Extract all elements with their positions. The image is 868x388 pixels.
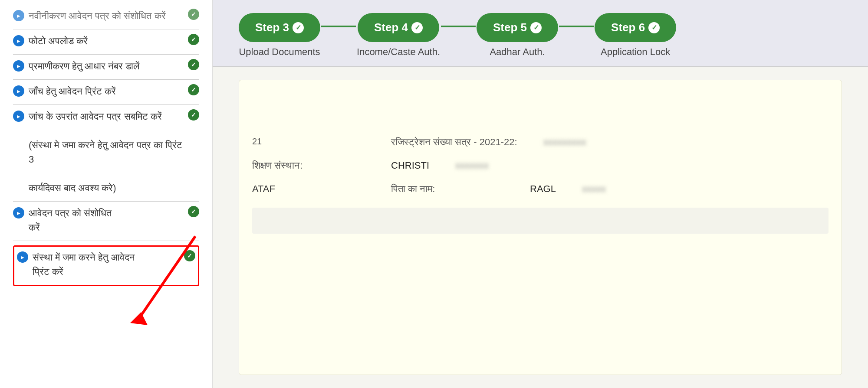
- list-item-photo: फोटो अपलोड करें ✓: [13, 34, 199, 55]
- blue-arrow-icon-edit: [13, 207, 24, 218]
- institution-value-blurred: xxxxxxx: [455, 160, 489, 171]
- item-print-text: जाँच हेतु आवेदन प्रिंट करें: [29, 84, 184, 98]
- check-icon-inst: ✓: [184, 250, 195, 261]
- institution-value: CHRISTI: [391, 160, 429, 171]
- connector-5-6: [559, 26, 594, 27]
- blue-arrow-icon-print: [13, 85, 24, 97]
- right-panel: Step 3 ✓ Upload Documents Step 4 ✓ Incom…: [213, 0, 868, 388]
- steps-bar: Step 3 ✓ Upload Documents Step 4 ✓ Incom…: [213, 0, 868, 67]
- step6-check-icon: ✓: [648, 22, 660, 33]
- step5-sublabel: Aadhar Auth.: [490, 46, 545, 58]
- item-submit-text: जांच के उपरांत आवेदन पत्र सबमिट करें(संस…: [29, 109, 184, 195]
- check-icon-edit: ✓: [188, 206, 199, 217]
- list-item-print-check: जाँच हेतु आवेदन प्रिंट करें ✓: [13, 84, 199, 105]
- form-bottom-area: [252, 208, 829, 234]
- step4-label: Step 4: [374, 21, 408, 34]
- content-area: 21 रजिस्ट्रेशन संख्या सत्र - 2021-22: xx…: [213, 67, 868, 388]
- ataf-value: ATAF: [252, 183, 275, 194]
- step4-sublabel: Income/Caste Auth.: [357, 46, 440, 58]
- step4-pill: Step 4 ✓: [358, 13, 439, 42]
- step3-sublabel: Upload Documents: [239, 46, 320, 58]
- blue-arrow-icon-photo: [13, 35, 24, 46]
- form-top-area: [252, 93, 829, 128]
- connector-4-5: [441, 26, 476, 27]
- check-icon-photo: ✓: [188, 34, 199, 45]
- registration-value: xxxxxxxxx: [543, 137, 586, 148]
- info-row-father: ATAF पिता का नाम: RAGL xxxxx: [252, 183, 829, 195]
- step3-pill: Step 3 ✓: [239, 13, 320, 42]
- list-item-submit: जांच के उपरांत आवेदन पत्र सबमिट करें(संस…: [13, 109, 199, 202]
- left-panel: नवीनीकरण आवेदन पत्र को संशोधित करें ✓ फो…: [0, 0, 213, 388]
- item-aadhar-text: प्रमाणीकरण हेतु आधार नंबर डालें: [29, 59, 184, 73]
- step6-sublabel: Application Lock: [601, 46, 670, 58]
- item-photo-text: फोटो अपलोड करें: [29, 34, 184, 48]
- registration-number-prefix: 21: [252, 137, 365, 148]
- list-item-edit: आवेदन पत्र को संशोधितकरें ✓: [13, 206, 199, 241]
- step4-check-icon: ✓: [411, 22, 423, 33]
- check-icon-print: ✓: [188, 84, 199, 95]
- svg-marker-1: [130, 312, 148, 325]
- list-item-renewal: नवीनीकरण आवेदन पत्र को संशोधित करें ✓: [13, 9, 199, 29]
- step3-item: Step 3 ✓ Upload Documents: [239, 13, 320, 58]
- step5-pill: Step 5 ✓: [477, 13, 558, 42]
- blue-arrow-icon-aadhar: [13, 60, 24, 72]
- list-item-institution-print: संस्था में जमा करने हेतु आवेदनप्रिंट करे…: [13, 245, 199, 286]
- step3-check-icon: ✓: [293, 22, 304, 33]
- list-item-aadhar: प्रमाणीकरण हेतु आधार नंबर डालें ✓: [13, 59, 199, 80]
- step3-label: Step 3: [255, 21, 289, 34]
- item-edit-text: आवेदन पत्र को संशोधितकरें: [29, 206, 184, 235]
- check-icon-renewal: ✓: [188, 9, 199, 20]
- info-section: 21 रजिस्ट्रेशन संख्या सत्र - 2021-22: xx…: [239, 80, 842, 375]
- connector-3-4: [321, 26, 356, 27]
- checklist: नवीनीकरण आवेदन पत्र को संशोधित करें ✓ फो…: [13, 9, 199, 286]
- father-label: पिता का नाम:: [391, 183, 504, 195]
- item-renewal-text: नवीनीकरण आवेदन पत्र को संशोधित करें: [29, 9, 184, 23]
- blue-arrow-icon: [13, 10, 24, 21]
- blue-arrow-icon-inst: [17, 251, 28, 263]
- id-prefix-label: ATAF: [252, 183, 365, 195]
- info-row-institution: शिक्षण संस्थान: CHRISTI xxxxxxx: [252, 160, 829, 171]
- father-value-blurred: xxxxx: [582, 183, 606, 195]
- father-value: RAGL: [530, 183, 556, 195]
- step5-item: Step 5 ✓ Aadhar Auth.: [477, 13, 558, 58]
- blue-arrow-icon-submit: [13, 111, 24, 122]
- step5-label: Step 5: [493, 21, 527, 34]
- check-icon-submit: ✓: [188, 109, 199, 121]
- step4-item: Step 4 ✓ Income/Caste Auth.: [357, 13, 440, 58]
- info-row-registration: 21 रजिस्ट्रेशन संख्या सत्र - 2021-22: xx…: [252, 137, 829, 148]
- main-container: नवीनीकरण आवेदन पत्र को संशोधित करें ✓ फो…: [0, 0, 868, 388]
- step6-pill: Step 6 ✓: [595, 13, 676, 42]
- step6-item: Step 6 ✓ Application Lock: [595, 13, 676, 58]
- step5-check-icon: ✓: [530, 22, 542, 33]
- check-icon-aadhar: ✓: [188, 59, 199, 70]
- item-inst-text: संस्था में जमा करने हेतु आवेदनप्रिंट करे…: [33, 250, 180, 279]
- step6-label: Step 6: [611, 21, 645, 34]
- registration-label: रजिस्ट्रेशन संख्या सत्र - 2021-22:: [391, 137, 517, 148]
- institution-label: शिक्षण संस्थान:: [252, 160, 365, 171]
